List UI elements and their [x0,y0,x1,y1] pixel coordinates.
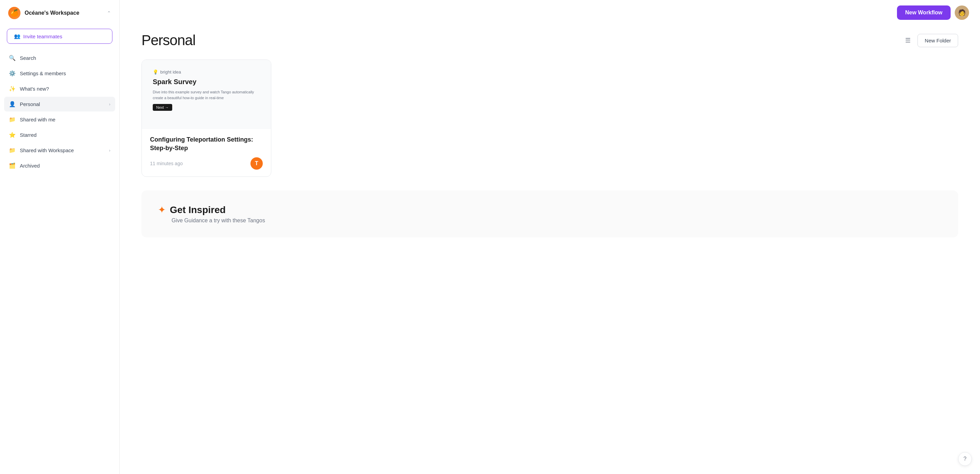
gear-icon: ⚙️ [9,70,16,77]
workspace-name: Océane's Workspace [25,10,103,16]
user-avatar[interactable]: 🧑 [955,5,969,20]
workspace-header[interactable]: 🍊 Océane's Workspace ⌃ [0,0,119,26]
card-preview-header: 💡 bright idea [153,69,260,75]
invite-teammates-button[interactable]: 👥 Invite teammates [7,29,113,44]
card-preview-desc: Dive into this example survey and watch … [153,89,260,101]
star-icon: ⭐ [9,132,16,138]
top-bar: New Workflow 🧑 [119,0,980,25]
search-icon: 🔍 [9,55,16,61]
sidebar-item-settings[interactable]: ⚙️ Settings & members [4,66,115,81]
sidebar-item-shared-with-me[interactable]: 📁 Shared with me [4,112,115,127]
card-time: 11 minutes ago [150,161,183,166]
page-actions: ☰ New Folder [902,34,958,47]
main-content: New Workflow 🧑 Personal ☰ New Folder 💡 b… [119,0,980,474]
card-info: Configuring Teleportation Settings: Step… [142,128,271,177]
new-folder-button[interactable]: New Folder [918,34,958,47]
inspired-subtitle: Give Guidance a try with these Tangos [172,217,942,223]
sidebar-item-archived-label: Archived [20,163,40,169]
inspired-title: Get Inspired [170,204,226,215]
card-next-label: Next → [156,105,169,109]
archive-icon: 🗂️ [9,163,16,169]
sidebar-item-whats-new-label: What's new? [20,86,49,92]
workspace-chevron-icon: › [109,148,110,153]
workflow-card[interactable]: 💡 bright idea Spark Survey Dive into thi… [142,59,271,177]
sidebar-item-shared-with-workspace-label: Shared with Workspace [20,147,74,153]
sidebar-nav: 🔍 Search ⚙️ Settings & members ✨ What's … [0,49,119,174]
sidebar-item-shared-with-me-label: Shared with me [20,117,56,123]
workspace-avatar: 🍊 [8,7,21,19]
card-preview: 💡 bright idea Spark Survey Dive into thi… [142,60,271,128]
user-avatar-image: 🧑 [958,9,966,16]
sidebar-item-archived[interactable]: 🗂️ Archived [4,158,115,173]
sidebar-item-starred[interactable]: ⭐ Starred [4,128,115,142]
sidebar-item-shared-with-workspace[interactable]: 📁 Shared with Workspace › [4,143,115,158]
folder-shared-icon: 📁 [9,147,16,153]
card-badge-label: bright idea [160,69,181,75]
sidebar-item-personal-label: Personal [20,101,40,107]
tango-icon: T [250,157,263,170]
sidebar-item-search[interactable]: 🔍 Search [4,51,115,65]
sparkle-icon: ✨ [9,86,16,92]
sidebar-item-whats-new[interactable]: ✨ What's new? [4,81,115,96]
sidebar-item-personal[interactable]: 👤 Personal › [4,97,115,112]
card-next-button[interactable]: Next → [153,104,172,111]
invite-teammates-label: Invite teammates [23,34,62,39]
person-icon: 👤 [9,101,16,107]
inspired-section: ✦ Get Inspired Give Guidance a try with … [142,190,958,237]
workspace-chevron-icon: ⌃ [107,10,111,16]
sidebar: 🍊 Océane's Workspace ⌃ 👥 Invite teammate… [0,0,119,474]
sidebar-item-search-label: Search [20,55,36,61]
personal-chevron-icon: › [109,102,110,107]
help-button[interactable]: ? [958,452,972,466]
new-workflow-button[interactable]: New Workflow [897,5,951,20]
card-name: Configuring Teleportation Settings: Step… [150,136,263,153]
sidebar-item-settings-label: Settings & members [20,70,66,76]
page-header: Personal ☰ New Folder [142,32,958,49]
card-preview-title: Spark Survey [153,78,260,86]
inspired-star-icon: ✦ [158,204,166,215]
help-icon: ? [964,456,967,462]
page-content: Personal ☰ New Folder 💡 bright idea Spar… [119,25,980,251]
folder-icon: 📁 [9,116,16,123]
card-meta: 11 minutes ago T [150,157,263,170]
sidebar-item-starred-label: Starred [20,132,37,138]
page-title: Personal [142,32,196,49]
bright-idea-icon: 💡 [153,69,158,75]
list-view-button[interactable]: ☰ [902,34,913,47]
list-view-icon: ☰ [905,37,911,44]
inspired-header: ✦ Get Inspired [158,204,942,215]
invite-icon: 👥 [14,33,21,39]
